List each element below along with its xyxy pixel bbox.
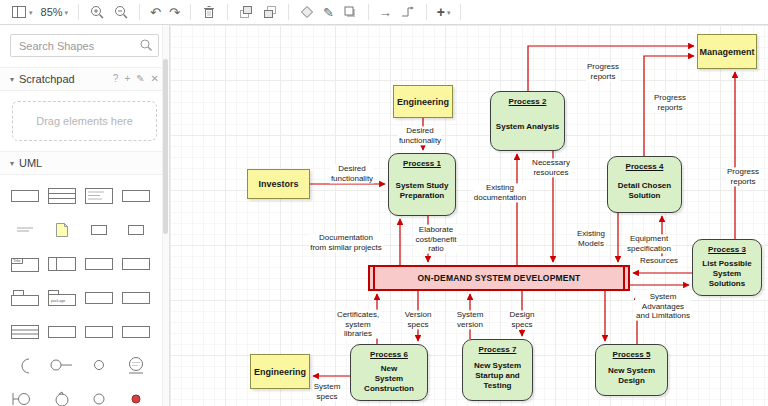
to-front-button[interactable]: [235, 3, 257, 21]
node-process4[interactable]: Process 4 Detail Chosen Solution: [607, 156, 682, 213]
redo-button[interactable]: ↷: [166, 5, 183, 20]
shape-uml-package[interactable]: pack age: [43, 283, 80, 313]
main-area: ▾ Scratchpad ? + ✎ ✕ Drag elements here …: [0, 25, 768, 406]
shape-uml-circle[interactable]: [80, 385, 117, 406]
shape-uml-rectangle[interactable]: [80, 249, 117, 279]
shape-uml-provided-interface[interactable]: [43, 351, 80, 381]
edge-label-system-specs[interactable]: System specs: [313, 382, 342, 401]
scratchpad-header[interactable]: ▾ Scratchpad ? + ✎ ✕: [0, 67, 169, 91]
shape-uml-rectangle[interactable]: [80, 317, 117, 347]
edge-label-existing-models[interactable]: Existing Models: [576, 229, 606, 248]
sidebar-scrollbar[interactable]: [162, 25, 169, 406]
to-back-button[interactable]: [259, 3, 281, 21]
delete-button[interactable]: [198, 3, 220, 21]
shape-uml-rectangle[interactable]: [43, 317, 80, 347]
node-process5[interactable]: Process 5 New System Design: [595, 344, 668, 396]
search-input[interactable]: [10, 34, 159, 57]
chevron-down-icon: ▾: [65, 9, 69, 16]
node-label: Investors: [258, 179, 298, 189]
page-view-button[interactable]: ▾: [8, 3, 36, 21]
node-process3[interactable]: Process 3 List Possible System Solutions: [692, 239, 762, 296]
edge-label-existing-documentation[interactable]: Existing documentation: [473, 183, 527, 202]
shape-uml-text[interactable]: [6, 215, 43, 245]
shape-uml-object[interactable]: [6, 181, 43, 211]
edge-label-necessary-resources[interactable]: Necessary resources: [531, 158, 571, 177]
shape-uml-component[interactable]: [6, 283, 43, 313]
shape-uml-list[interactable]: [6, 317, 43, 347]
search-icon[interactable]: [139, 38, 153, 52]
node-process1[interactable]: Process 1 System Study Preparation: [388, 153, 456, 216]
shape-uml-rectangle[interactable]: [117, 181, 154, 211]
scratchpad-close-icon[interactable]: ✕: [151, 74, 159, 84]
toolbar-separator: [288, 4, 289, 20]
fill-color-button[interactable]: [296, 3, 318, 21]
shape-uml-control-object[interactable]: [43, 385, 80, 406]
chevron-down-icon: ▾: [10, 159, 14, 168]
zoom-level-select[interactable]: 85% ▾: [38, 5, 72, 19]
shape-uml-class[interactable]: [43, 181, 80, 211]
connection-arrow-icon: →: [379, 6, 392, 19]
edge-label-desired-functionality-top[interactable]: Desired functionality: [398, 126, 442, 145]
node-engineering-top[interactable]: Engineering: [393, 85, 453, 118]
shape-uml-divided-rect[interactable]: [43, 249, 80, 279]
waypoints-button[interactable]: [397, 3, 419, 21]
edge-label-equipment-specification[interactable]: Equipment specification: [626, 234, 672, 253]
zoom-out-button[interactable]: [110, 3, 132, 21]
line-color-button[interactable]: ✎: [320, 5, 337, 20]
edge-label-progress-reports-3[interactable]: Progress reports: [726, 167, 760, 186]
toolbar-separator: [227, 4, 228, 20]
shape-uml-small-rect[interactable]: [117, 215, 154, 245]
node-process2[interactable]: Process 2 System Analysis: [490, 91, 565, 151]
sidebar-scrollbar-thumb[interactable]: [163, 59, 168, 234]
connection-button[interactable]: →: [376, 5, 395, 20]
shape-uml-boundary-object[interactable]: [6, 385, 43, 406]
shape-uml-circle[interactable]: [80, 351, 117, 381]
insert-button[interactable]: + ▾: [434, 4, 454, 20]
edge-label-elaborate-cost-benefit[interactable]: Elaborate cost/benefit ratio: [415, 225, 458, 254]
edge-label-progress-reports-2[interactable]: Progress reports: [653, 93, 687, 112]
shape-uml-note[interactable]: [43, 215, 80, 245]
scratchpad-dropzone[interactable]: Drag elements here: [12, 101, 157, 141]
shape-uml-frame[interactable]: Title: [6, 249, 43, 279]
edge-label-system-advantages[interactable]: System Advantages and Limitations: [635, 292, 691, 321]
edge-label-desired-functionality-left[interactable]: Desired functionality: [330, 164, 374, 183]
node-process7[interactable]: Process 7 New System Startup and Testing: [462, 339, 533, 401]
edge-label-documentation-similar-projects[interactable]: Documentation from similar projects: [309, 233, 383, 252]
toolbar-separator: [190, 4, 191, 20]
scratchpad-label: Scratchpad: [19, 73, 75, 85]
shape-uml-entity-object[interactable]: [117, 351, 154, 381]
store-label: ON-DEMAND SYSTEM DEVELOPMENT: [418, 273, 581, 283]
shape-uml-rectangle[interactable]: [80, 283, 117, 313]
undo-icon: ↶: [150, 6, 161, 19]
zoom-in-button[interactable]: [86, 3, 108, 21]
shape-uml-rectangle[interactable]: [117, 249, 154, 279]
shape-uml-small-rect[interactable]: [80, 215, 117, 245]
shape-uml-rectangle[interactable]: [117, 283, 154, 313]
chevron-down-icon: ▾: [10, 75, 14, 84]
shape-uml-terminate-node[interactable]: [117, 385, 154, 406]
scratchpad-add-icon[interactable]: +: [124, 74, 130, 84]
edge-label-design-specs[interactable]: Design specs: [509, 310, 536, 329]
node-investors[interactable]: Investors: [247, 169, 310, 199]
edge-label-version-specs[interactable]: Version specs: [404, 310, 433, 329]
shape-uml-class-fields[interactable]: [80, 181, 117, 211]
toolbar-separator: [460, 4, 461, 20]
node-management[interactable]: Management: [697, 34, 757, 69]
shadow-icon: [342, 4, 358, 20]
scratchpad-edit-icon[interactable]: ✎: [136, 74, 144, 84]
shape-palette: Title pack age: [0, 175, 162, 406]
edge-label-system-version[interactable]: System version: [456, 310, 485, 329]
edge-label-certificates-libraries[interactable]: Certificates, system libraries: [336, 310, 380, 339]
undo-button[interactable]: ↶: [147, 5, 164, 20]
node-engineering-bottom[interactable]: Engineering: [250, 354, 310, 389]
edge-label-resources[interactable]: Resources: [639, 256, 679, 266]
edge-label-progress-reports-1[interactable]: Progress reports: [586, 62, 620, 81]
shadow-button[interactable]: [339, 3, 361, 21]
node-datastore[interactable]: ON-DEMAND SYSTEM DEVELOPMENT: [368, 265, 630, 291]
shape-uml-required-interface[interactable]: [6, 351, 43, 381]
shape-uml-rectangle[interactable]: [117, 317, 154, 347]
diagram-canvas[interactable]: Engineering Investors Management Enginee…: [170, 25, 768, 406]
uml-section-header[interactable]: ▾ UML: [0, 151, 169, 175]
node-process6[interactable]: Process 6 New System Construction: [350, 344, 428, 401]
scratchpad-help-icon[interactable]: ?: [113, 74, 119, 84]
